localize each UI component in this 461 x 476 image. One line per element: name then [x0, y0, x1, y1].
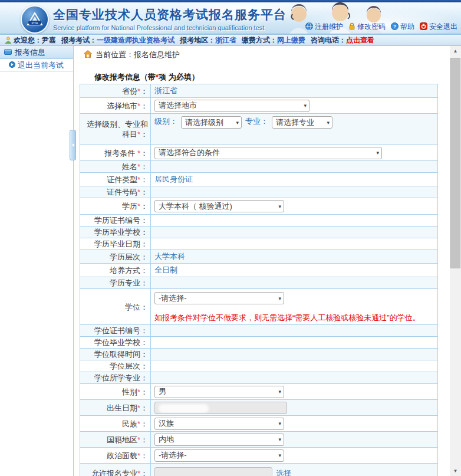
city-select[interactable]: 请选择地市▾: [154, 100, 309, 112]
degree-select[interactable]: -请选择-▾: [154, 292, 284, 304]
politics-select-value: -请选择-: [159, 450, 187, 461]
field-value-degree-date: [151, 349, 437, 360]
select-arrow-icon: ▾: [275, 296, 281, 301]
field-label-edu-cert-no: 学历证书编号：: [80, 215, 151, 226]
sidebar-collapse-handle[interactable]: [70, 130, 76, 160]
exam-name: 一级建造师执业资格考试: [97, 35, 174, 45]
form-row-edu-date: 学历毕业日期：: [80, 238, 437, 250]
degree-select-value: -请选择-: [159, 293, 187, 304]
folder-icon: [4, 48, 12, 57]
form-row-edu-cert-no: 学历证书编号：: [80, 215, 437, 226]
globe-icon: [305, 22, 313, 32]
sidebar-header-exam-info[interactable]: 报考信息: [0, 46, 73, 59]
form-row-politics: 政治面貌*：-请选择-▾: [80, 448, 437, 464]
major-select[interactable]: 请选择专业▾: [272, 116, 332, 129]
form-row-name: 姓名*：: [80, 161, 437, 173]
field-value-city: 请选择地市▾: [151, 98, 437, 113]
welcome-bar: 欢迎您： 尹嘉 报考考试： 一级建造师执业资格考试 报考地区： 浙江省 缴费方式…: [0, 34, 461, 46]
field-value-degree-school: [151, 337, 437, 348]
user-icon: [5, 37, 12, 44]
ethnicity-select[interactable]: 汉族▾: [154, 418, 284, 430]
vertical-scrollbar[interactable]: ▲ ▼: [450, 46, 461, 476]
form-row-allowed-major: 允许报名专业*：选择: [80, 464, 437, 476]
field-value-edu-cert-no: [151, 215, 437, 226]
field-label-degree-major: 学位所学专业：: [80, 372, 151, 383]
redaction-blur: [159, 404, 209, 413]
field-value-level-major: 级别：请选择级别▾专业：请选择专业▾: [151, 114, 437, 145]
scroll-up-button[interactable]: ▲: [450, 46, 461, 56]
politics-select[interactable]: -请选择-▾: [154, 449, 284, 462]
sidebar-item-exit-current-exam[interactable]: 退出当前考试: [0, 59, 73, 72]
form-row-edu-major: 学历专业：: [80, 277, 437, 289]
field-label-ethnicity: 民族*：: [80, 416, 151, 431]
home-icon: [84, 50, 92, 60]
form-row-province: 省份*：浙江省: [80, 84, 437, 98]
phone-label: 咨询电话：: [311, 35, 346, 45]
form-row-degree-cert-no: 学位证书编号：: [80, 325, 437, 337]
site-subtitle: Service platform for National Profession…: [53, 24, 287, 31]
gender-select[interactable]: 男▾: [154, 386, 284, 398]
form-row-gender: 性别*：男▾: [80, 384, 437, 400]
field-label-level-major: 选择级别、专业和科目*：: [80, 114, 151, 145]
help-icon: ?: [391, 22, 399, 32]
form-row-birth-date: 出生日期*：: [80, 400, 437, 416]
scrollbar-thumb[interactable]: [450, 58, 460, 268]
select-arrow-icon: ▾: [275, 452, 281, 458]
choose-allowed-major-link[interactable]: 选择: [276, 468, 291, 476]
field-value-name: [151, 161, 437, 172]
select-arrow-icon: ▾: [275, 436, 281, 442]
field-label-degree: 学位：: [80, 289, 151, 324]
payment-value: 网上缴费: [277, 35, 305, 45]
safe-logout-link[interactable]: 安全退出: [420, 22, 457, 32]
nationality-select[interactable]: 内地▾: [154, 434, 284, 446]
field-value-allowed-major: 选择: [151, 464, 437, 476]
field-value-id-number: [151, 186, 437, 198]
field-label-degree-date: 学位取得时间：: [80, 349, 151, 360]
level-select[interactable]: 请选择级别▾: [181, 116, 242, 129]
scroll-down-button[interactable]: ▼: [450, 466, 461, 476]
form-row-nationality: 国籍地区*：内地▾: [80, 432, 437, 448]
form-row-education: 学历*：大学本科（ 核验通过)▾: [80, 198, 437, 215]
field-label-edu-mode: 培养方式：: [80, 264, 151, 277]
form-row-condition: 报考条件 *：请选择符合的条件▾: [80, 145, 437, 161]
content-area: 当前位置：报名信息维护 修改报考信息（带*项 为必填） 省份*：浙江省选择地市*…: [74, 46, 450, 476]
field-label-nationality: 国籍地区*：: [80, 432, 151, 447]
form-row-city: 选择地市*：请选择地市▾: [80, 98, 437, 114]
form-row-level-major: 选择级别、专业和科目*：级别：请选择级别▾专业：请选择专业▾: [80, 114, 437, 145]
field-value-gender: 男▾: [151, 384, 437, 399]
main-area: 报考信息 退出当前考试 当前位置：报名信息维护 修改报考信息（带*项 为必填） …: [0, 46, 461, 476]
select-arrow-icon: ▾: [323, 120, 330, 126]
form-row-edu-school: 学历毕业学校：: [80, 226, 437, 238]
field-label-degree-school: 学位毕业学校：: [80, 337, 151, 348]
select-arrow-icon: ▾: [232, 120, 239, 126]
lock-icon: [348, 22, 355, 32]
field-label-degree-cert-no: 学位证书编号：: [80, 325, 151, 336]
power-icon: [420, 22, 427, 32]
welcome-label: 欢迎您：: [14, 35, 42, 45]
breadcrumb: 当前位置：报名信息维护: [74, 46, 450, 60]
help-link[interactable]: ? 帮助: [391, 22, 414, 32]
birth-date-input: [154, 402, 287, 414]
register-maintain-link[interactable]: 注册维护: [305, 22, 343, 32]
edu-level-value: 大学本科: [154, 251, 185, 262]
major-label: 专业：: [245, 116, 268, 127]
form-title: 修改报考信息（带*项 为必填）: [94, 72, 450, 83]
field-value-edu-major: [151, 277, 437, 288]
field-value-degree-cert-no: [151, 325, 437, 336]
field-value-edu-mode: 全日制: [151, 264, 437, 277]
education-select[interactable]: 大学本科（ 核验通过)▾: [154, 200, 284, 212]
phone-click-link[interactable]: 点击查看: [346, 35, 374, 45]
condition-select[interactable]: 请选择符合的条件▾: [154, 147, 382, 159]
select-arrow-icon: ▾: [275, 389, 281, 395]
site-title: 全国专业技术人员资格考试报名服务平台: [53, 6, 287, 23]
field-value-condition: 请选择符合的条件▾: [151, 145, 437, 160]
collapse-arrow-icon: [72, 143, 74, 147]
province-value: 浙江省: [154, 86, 177, 96]
form-row-degree-level: 学位层次：: [80, 360, 437, 372]
select-arrow-icon: ▾: [275, 421, 281, 426]
field-label-province: 省份*：: [80, 84, 151, 97]
field-label-name: 姓名*：: [80, 161, 151, 172]
select-arrow-icon: ▾: [300, 103, 307, 109]
field-value-nationality: 内地▾: [151, 432, 437, 447]
change-password-link[interactable]: 修改密码: [348, 22, 386, 32]
